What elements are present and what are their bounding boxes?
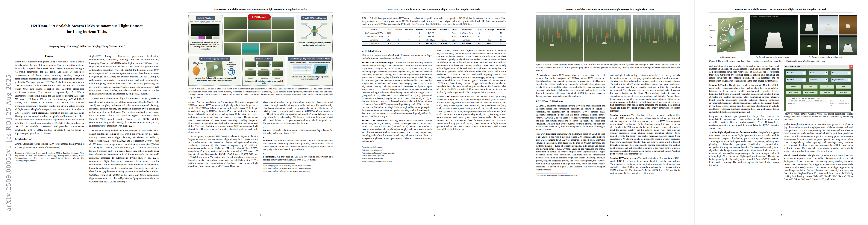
body-paragraph: Swarm UAV simulators. Existing swarm UAV… (362, 119, 432, 143)
page1-left-column: Abstract Swarm UAV autonomous flight for… (14, 55, 85, 185)
table-header-cell: Dataset (362, 28, 386, 31)
body-paragraph: and ecological relationships between ani… (610, 74, 680, 113)
custom-start-tile-fog (839, 35, 857, 55)
footnote-url[interactable]: ²https://huggingface.co/datasets/fengtt4… (263, 167, 333, 169)
body-paragraph: Scalable simulator. The simulator delive… (610, 114, 680, 156)
fig1-panelE-caption: Scalable swarm UAV autonomous flight alg… (288, 76, 332, 80)
checkbox-icon (803, 72, 805, 74)
lh-task-image (272, 61, 283, 67)
body-paragraph: Visual control window. The platform prov… (784, 154, 854, 181)
client-log-panel: Log: GPS Altitude: 121.98848724365234 GP… (786, 97, 851, 113)
footnote-url[interactable]: ⁴https://www.flightgear.org/ (362, 146, 432, 148)
body-paragraph: Real-world mapping simulator. The platfo… (536, 133, 605, 171)
body-paragraph: 15 seconds of swarm UAV cooperative perc… (536, 74, 605, 98)
body-paragraph: terrains, 7 weather conditions, and 8 se… (188, 101, 258, 134)
lh-task-image (258, 61, 270, 67)
dropdown-keyboard-control: KeyboardControl (831, 78, 851, 82)
dropdown-start-point: Start Point (786, 71, 806, 75)
running-header: U2UData-2: A Scalable Swarm UAVs Autonom… (188, 8, 333, 11)
formation-mode-map-image (312, 64, 328, 74)
log-right-values: Rotation w: 0.0 Rotation y: 0.0 Rotation… (830, 100, 849, 112)
table-cell: 2024 (386, 38, 393, 41)
client-window-title: U2UData-2 Client (785, 65, 800, 68)
bullet-dot: • (263, 126, 264, 129)
table-row: CoPerception-UAVs+2023112DF, FF-BasicAir… (362, 35, 506, 38)
title-rule-bottom (14, 39, 159, 39)
abstract-heading: Abstract (14, 55, 85, 58)
dataset-sample-image (272, 30, 294, 42)
table-cell: - (438, 35, 450, 38)
body-paragraph: Scalable flight algorithms and formation… (709, 131, 779, 167)
bullet-lead: Benchmark³. (263, 156, 276, 158)
figure-up-button: Up (819, 85, 834, 89)
table-cell: Basic (450, 38, 458, 41)
maximize-icon (846, 65, 849, 68)
table-header-cell: Weather (404, 28, 414, 31)
footnote-url[interactable]: ⁶https://docs.px4.io/main/en/sim_jmavsim… (362, 152, 432, 154)
table-cell: 1 (393, 35, 404, 38)
mini-control-window-image (292, 64, 312, 75)
paragraph-lead: Scalable flight algorithms and formation… (709, 131, 757, 134)
figure-3-caption-text: The scalable swarm UAV data online colle… (718, 60, 826, 62)
fig1-panel-flight-algorithm-formation: Scalable Flight Algorithm and Formation … (287, 56, 333, 86)
lh-task-label: Collaborative Communication (258, 76, 270, 79)
table-header-cell: Sensors (414, 28, 424, 31)
table-cell: DF, FF (424, 35, 438, 38)
footnote-url[interactable]: ³https://huggingface.co/fengtt42/U2UData… (263, 170, 333, 172)
paragraph-lead: Scalable simulator. (610, 114, 630, 116)
globe-icon (227, 67, 236, 76)
lh-task-label: Collaborative Communication (258, 67, 270, 70)
figure-4-client-window: U2UData-2 Client Start Point Weather Tas… (784, 65, 854, 111)
page4-right-column: and ecological relationships between ani… (610, 74, 680, 177)
autonomous-formation-mode-label: Autonomous Formation Mode (309, 61, 330, 63)
table-cell: 15 (475, 41, 483, 46)
footnote-url[interactable]: ¹https://huggingface.co/datasets/fengtt4… (263, 164, 333, 167)
table-header-cell: Formation (424, 28, 438, 31)
figure-1-caption: Figure 1. U2UData-2 collects a large-sca… (188, 87, 333, 99)
arrow-right-icon: ➤ (270, 63, 271, 65)
table-cell: 8 (414, 41, 424, 46)
arrow-right-icon: ➤ (204, 68, 206, 70)
table-cell: 10 (475, 35, 483, 38)
body-paragraph: visual control window, this platform all… (263, 101, 333, 125)
drone-icon (771, 31, 777, 33)
client-window-body: Start Point Weather Task Algorithm Forma… (784, 68, 853, 111)
deer-figure (652, 41, 657, 43)
figure-2-caption-lead: Figure 2. (536, 63, 544, 66)
page-1: arXiv:2509.00055v1 [cs.RO] 25 Aug 2025 U… (0, 0, 174, 225)
subcaption-c: (c) Custom starting point-weather-task (798, 56, 854, 58)
fig2-frame-2 (584, 16, 631, 61)
footnote-url[interactable]: ⁷https://gazebosim.org/home (362, 154, 432, 157)
china-yunnan-map-label: China Yunnan Map (192, 62, 204, 66)
custom-start-tile-sandstorm (839, 15, 857, 34)
deer-figure (606, 33, 609, 38)
table-cell: CoPerception-UAVs+ (362, 35, 386, 38)
page5-left-column: and resolution of sensors are also custo… (709, 65, 779, 182)
figure-2 (536, 16, 680, 61)
table-cell: U2UData (362, 38, 386, 41)
map-label-snow: Snow (744, 28, 748, 30)
log-left-values: Log: GPS Altitude: 121.98848724365234 GP… (788, 98, 827, 112)
figure-move-forward-button: Move Forward (786, 90, 801, 94)
fig1-panelA-title: Scalable Simulator (196, 16, 215, 20)
footnote-url[interactable]: ¹⁰https://www.unrealengine.com/en-US/unr… (536, 174, 605, 177)
terrain-3d-image (206, 61, 223, 77)
abstract-text: Swarm UAV autonomous flight for Long-Hor… (14, 60, 85, 135)
dataset-sample-image (260, 43, 277, 55)
simulator-hud-bar: 12:00 AM 14°C 47.01%RH 60.20 m 394.14 m … (750, 15, 798, 18)
body-paragraph: integrates specialized perception-action… (709, 115, 779, 130)
bullet-lead: Platform². (263, 139, 273, 142)
dataset-sample-image (224, 17, 247, 29)
dataset-sample-image (224, 30, 247, 42)
bullet-text: We build the first scalable swarm UAV da… (263, 139, 333, 151)
pdf-page-strip: arXiv:2509.00055v1 [cs.RO] 25 Aug 2025 U… (0, 0, 868, 225)
footnote-url[interactable]: ⁵https://www.x-plane.com/ (362, 149, 432, 151)
footnote-url[interactable]: ⁹https://developer.nvidia.com/isaac-sim (362, 160, 432, 163)
paragraph-text: Current low-altitude economy research ma… (362, 61, 432, 118)
header-rule-thin (709, 12, 854, 13)
custom-start-tile-night (800, 15, 818, 34)
footnote-url[interactable]: ⁸https://rflysim.com/doc/zh/ (362, 158, 432, 160)
contribution-bullet-platform: •Platform². We build the first scalable … (263, 136, 333, 151)
paragraph-text: The platform includes 8 sensor types: RG… (610, 157, 680, 174)
page3-left-column: 2. Related Work This section introduces … (362, 49, 432, 163)
